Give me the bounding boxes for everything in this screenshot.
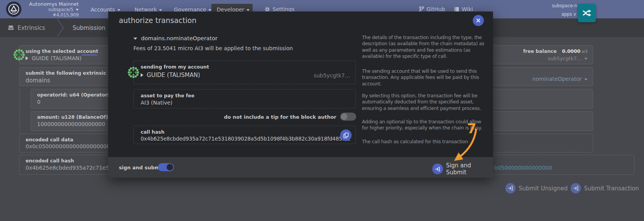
tab-submission[interactable]: Submission	[73, 25, 105, 31]
call-hash-label: call hash	[141, 129, 164, 135]
submit-unsigned-button[interactable]: Submit Unsigned	[505, 183, 568, 193]
chain-selector[interactable]: Autonomys Mainnet subspace/5 #4,015,909	[24, 1, 79, 18]
free-balance-unit: ai3	[582, 49, 587, 54]
encoded-call-hash-label: encoded call hash	[26, 158, 74, 164]
chevron-down-icon	[159, 9, 162, 11]
authorize-transaction-modal: authorize transaction domains.nominateOp…	[108, 11, 493, 178]
sign-and-submit-toggle-label: sign and submit	[119, 165, 164, 170]
details-description: The details of the transaction including…	[362, 34, 488, 59]
extrinsic-pallet-value: domains	[26, 77, 50, 84]
chevron-down-icon	[584, 79, 587, 80]
copy-icon	[343, 133, 349, 138]
chevron-down-icon	[117, 9, 120, 11]
apps-version-text: apps v	[500, 11, 576, 17]
selected-account-label: using the selected account	[26, 48, 98, 54]
call-section-expander[interactable]: domains.nominateOperator	[133, 35, 217, 41]
best-block-number: #4,015,909	[24, 12, 79, 18]
tip-toggle[interactable]	[340, 113, 356, 121]
triangle-logo-icon	[8, 3, 20, 15]
amount-label: amount: u128 (BalanceOf)	[37, 114, 108, 120]
toggle-knob	[167, 164, 173, 170]
encoded-call-data-label: encoded call data	[26, 137, 73, 142]
random-account-button[interactable]	[578, 4, 596, 22]
amount-value: 10000000000000000000	[37, 121, 105, 127]
sign-in-icon	[505, 183, 516, 193]
sending-account-address: sub5ycgtk7…	[314, 72, 350, 79]
close-icon	[476, 18, 481, 23]
sender-identicon	[127, 65, 140, 79]
free-balance-value: 0.0000	[562, 48, 580, 54]
call-hash-box: call hash 0x4b625e8cbded935a72c71e531803…	[133, 126, 356, 144]
chevron-down-icon	[584, 58, 587, 60]
tip-toggle-label: do not include a tip for the block autho…	[133, 114, 336, 120]
app-screen: Autonomys Mainnet subspace/5 #4,015,909 …	[0, 0, 644, 221]
account-address-short[interactable]: sub5ycgtk7…	[548, 56, 587, 61]
extrinsic-method-dropdown[interactable]: nominateOperator	[532, 76, 587, 82]
extrinsic-label: submit the following extrinsic	[26, 70, 106, 76]
chain-name: Autonomys Mainnet	[24, 1, 79, 7]
toggle-knob	[341, 113, 347, 120]
sending-account-value: GUIDE (TALISMAN)	[141, 72, 200, 79]
node-version-text: subspace-n	[501, 3, 577, 8]
modal-footer: sign and submit Sign and Submit	[108, 157, 493, 178]
operator-id-value: 0	[37, 99, 41, 105]
fee-asset-label: asset to pay the fee	[141, 93, 195, 98]
fee-asset-value: AI3 (Native)	[141, 100, 172, 106]
active-tab-indicator	[82, 54, 97, 56]
extrinsics-icon	[8, 25, 14, 31]
fee-asset-box[interactable]: asset to pay the fee AI3 (Native)	[133, 89, 356, 108]
sending-account-box[interactable]: sending from my account GUIDE (TALISMAN)…	[133, 61, 356, 84]
free-balance-label: free balance	[523, 48, 557, 54]
expand-triangle-icon	[141, 73, 143, 77]
account-identicon	[12, 48, 26, 62]
autonomys-logo[interactable]	[6, 2, 21, 17]
expand-triangle-icon	[26, 56, 28, 60]
chevron-down-icon	[76, 9, 79, 11]
close-button[interactable]	[473, 15, 484, 26]
sign-and-submit-toggle[interactable]	[158, 163, 174, 171]
asset-description: By selecting this option, the transactio…	[362, 93, 488, 111]
encoded-call-data-tail: b0500000000000000	[494, 165, 552, 171]
operator-id-label: operatorId: u64 (OperatorId)	[37, 92, 115, 98]
shuffle-icon	[582, 9, 592, 17]
chain-network: subspace/5	[24, 7, 79, 12]
sending-account-label: sending from my account	[141, 64, 209, 70]
chevron-down-icon	[133, 38, 137, 40]
selected-account-value: GUIDE (TALISMAN)	[26, 55, 81, 61]
modal-title: authorize transaction	[119, 16, 196, 25]
submit-transaction-button[interactable]: Submit Transaction	[571, 183, 639, 193]
annotation-arrow	[440, 126, 482, 169]
sign-in-icon	[571, 183, 581, 193]
tab-extrinsics[interactable]: Extrinsics	[18, 25, 45, 31]
copy-button[interactable]	[340, 129, 352, 141]
sender-description: The sending account that will be used to…	[362, 68, 488, 87]
fees-text: Fees of 23.5041 micro AI3 will be applie…	[133, 45, 293, 51]
free-balance: free balance0.0000ai3	[523, 48, 587, 54]
breadcrumb-divider	[56, 18, 66, 37]
call-hash-value: 0x4b625e8cbded935a72c71e5318039028a5d5b1…	[141, 136, 350, 142]
params-rail	[19, 89, 20, 132]
chevron-down-icon	[247, 9, 250, 11]
